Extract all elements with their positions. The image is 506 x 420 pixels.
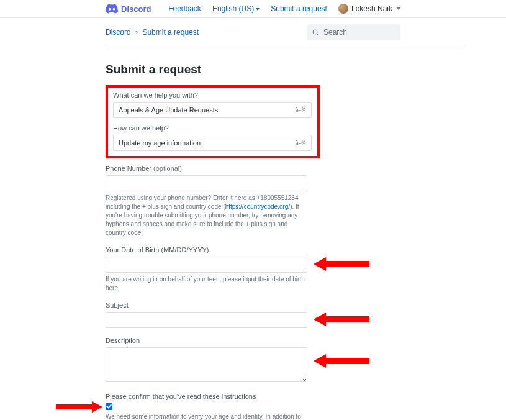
logo-text: Discord: [121, 4, 151, 14]
chevron-down-icon: â–¾: [295, 107, 306, 113]
highlighted-section: What can we help you with? Appeals & Age…: [106, 85, 320, 158]
language-selector[interactable]: English (US): [212, 4, 260, 13]
svg-point-0: [313, 30, 317, 34]
phone-hint: Registered using your phone number? Ente…: [106, 194, 307, 237]
breadcrumb: Discord › Submit a request: [106, 28, 199, 37]
confirm-label: Please confirm that you've read these in…: [106, 393, 466, 400]
description-field: Description: [106, 337, 466, 384]
description-textarea[interactable]: [106, 347, 307, 382]
confirm-checkbox[interactable]: [106, 403, 112, 410]
phone-field: Phone Number (optional) Registered using…: [106, 165, 466, 237]
search-input[interactable]: [307, 24, 400, 40]
search-icon: [312, 29, 319, 36]
submit-request-link[interactable]: Submit a request: [271, 4, 327, 13]
arrow-annotation: [314, 354, 369, 368]
how-help-select[interactable]: Update my age information â–¾: [113, 135, 312, 151]
breadcrumb-separator: ›: [135, 28, 138, 37]
page-title: Submit a request: [106, 63, 466, 76]
svg-line-1: [317, 34, 318, 35]
help-with-select[interactable]: Appeals & Age Update Requests â–¾: [113, 102, 312, 118]
top-header: Discord Feedback English (US) Submit a r…: [0, 0, 506, 18]
subject-field: Subject: [106, 301, 466, 328]
how-help-value: Update my age information: [119, 139, 201, 147]
help-with-label: What can we help you with?: [113, 91, 312, 99]
phone-input[interactable]: [106, 175, 307, 191]
user-menu[interactable]: Lokesh Naik: [338, 4, 400, 14]
dob-field: Your Date of Birth (MM/DD/YYYY) If you a…: [106, 246, 466, 293]
arrow-annotation: [56, 401, 102, 413]
description-label: Description: [106, 337, 466, 344]
help-with-value: Appeals & Age Update Requests: [119, 106, 218, 114]
search-box: [307, 24, 400, 40]
countrycode-link[interactable]: https://countrycode.org/: [225, 203, 291, 210]
arrow-annotation: [314, 257, 369, 271]
dob-input[interactable]: [106, 257, 307, 273]
chevron-down-icon: â–¾: [295, 140, 306, 146]
header-right: Feedback English (US) Submit a request L…: [168, 4, 400, 14]
how-help-label: How can we help?: [113, 124, 312, 132]
discord-logo[interactable]: Discord: [106, 4, 151, 14]
avatar: [338, 4, 348, 14]
main-content: Submit a request What can we help you wi…: [106, 47, 466, 420]
dob-hint: If you are writing in on behalf of your …: [106, 275, 307, 293]
header-left: Discord: [106, 4, 151, 14]
dob-label: Your Date of Birth (MM/DD/YYYY): [106, 246, 466, 253]
discord-logo-icon: [106, 4, 118, 14]
subject-label: Subject: [106, 301, 466, 309]
confirm-hint: We need some information to verify your …: [106, 413, 307, 420]
breadcrumb-root[interactable]: Discord: [106, 28, 131, 37]
breadcrumb-current[interactable]: Submit a request: [142, 28, 199, 37]
phone-label: Phone Number (optional): [106, 165, 466, 172]
confirm-field: Please confirm that you've read these in…: [106, 393, 466, 420]
sub-header: Discord › Submit a request: [0, 18, 506, 47]
feedback-link[interactable]: Feedback: [168, 4, 201, 13]
subject-input[interactable]: [106, 312, 307, 328]
arrow-annotation: [314, 313, 369, 326]
user-name: Lokesh Naik: [351, 4, 392, 13]
